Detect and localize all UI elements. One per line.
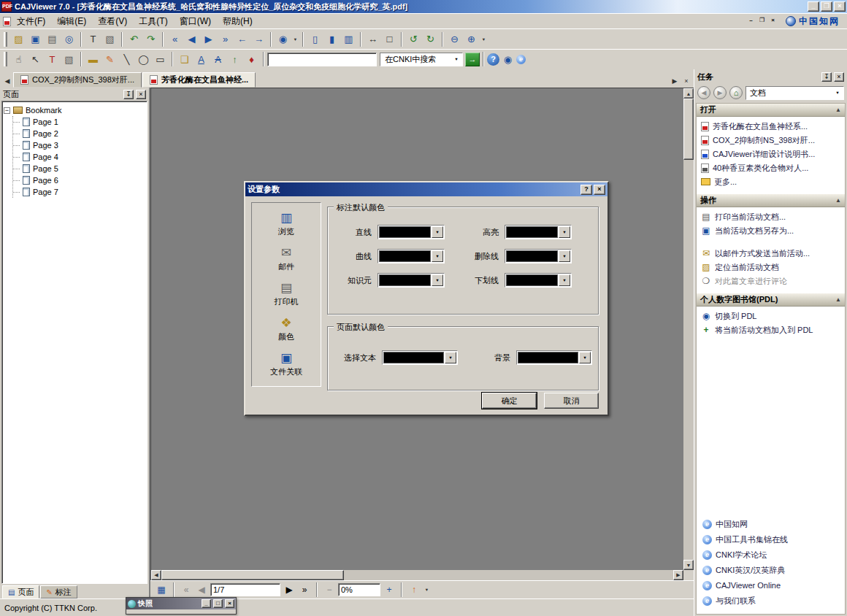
select-tool-icon[interactable]: ↖ [27,51,44,67]
chevron-down-icon[interactable] [432,250,443,262]
tab-close-icon[interactable]: × [681,74,692,88]
menu-edit[interactable]: 编辑(E) [51,14,92,29]
arrow-tool-icon[interactable]: ↑ [226,51,243,67]
collapse-icon[interactable]: ▲ [835,296,841,303]
chevron-down-icon[interactable] [559,226,570,238]
scroll-down-icon[interactable]: ▼ [683,560,694,570]
snapshot-window[interactable]: 快照 _ □ × [126,597,237,615]
stamp-tool-icon[interactable]: ♦ [243,51,260,67]
menu-view[interactable]: 查看(V) [92,14,133,29]
category-browse[interactable]: ▥ 浏览 [278,212,294,237]
tree-item-page3[interactable]: Page 3 [13,139,145,151]
pin-icon[interactable]: ↧ [821,72,832,82]
horizontal-scroll-thumb[interactable] [161,570,344,580]
help-icon[interactable]: ? [487,53,499,66]
underline-tool-icon[interactable]: A [193,51,210,67]
dialog-close-button[interactable]: × [594,185,605,195]
tree-item-page5[interactable]: Page 5 [13,163,145,174]
link-contact-us[interactable]: e与我们联系 [702,595,843,607]
category-mail[interactable]: ✉ 邮件 [278,247,294,272]
view-mode-icon[interactable]: ▦ [155,583,168,596]
category-color[interactable]: ❖ 颜色 [278,317,294,342]
tree-item-page1[interactable]: Page 1 [13,116,145,128]
continuous-page-icon[interactable]: ▮ [323,31,340,47]
chevron-down-icon[interactable] [423,582,431,598]
first-page-icon[interactable]: « [166,31,183,47]
print-preview-icon[interactable]: ◎ [61,31,77,47]
forward-view-icon[interactable]: → [250,31,267,47]
chevron-down-icon[interactable] [559,250,570,262]
chevron-down-icon[interactable] [451,53,462,66]
undo-icon[interactable]: ↶ [126,31,142,47]
page-number-input[interactable] [210,583,280,596]
tree-item-page4[interactable]: Page 4 [13,151,145,163]
rect-tool-icon[interactable]: ▭ [152,51,169,67]
note-tool-icon[interactable]: ❑ [176,51,193,67]
curve-color-select[interactable] [377,249,445,263]
cancel-button[interactable]: 取消 [544,393,599,409]
open-icon[interactable]: ▨ [10,31,27,47]
rotate-left-icon[interactable]: ↺ [405,31,422,47]
tree-item-page2[interactable]: Page 2 [13,128,145,139]
tab-scroll-right-icon[interactable]: ▶ [669,74,681,88]
facing-page-icon[interactable]: ▥ [340,31,357,47]
zoom-out-icon[interactable]: − [323,583,336,596]
cnki-brand[interactable]: 中国知网 [786,15,844,28]
prev-page-icon[interactable]: ◀ [183,31,200,47]
forward-icon[interactable]: ▶ [713,86,727,99]
horizontal-scrollbar[interactable]: ◀ ▶ [151,570,683,580]
search-scope-select[interactable]: 在CNKI中搜索 [380,53,463,66]
text-select-icon[interactable]: T [85,31,101,47]
print-icon[interactable]: ▤ [44,31,61,47]
recent-doc-2[interactable]: COX_2抑制剂NS_398对肝... [701,134,843,146]
search-go-button[interactable]: → [465,53,480,66]
doc-minimize-button[interactable]: – [746,17,756,26]
collapse-icon[interactable]: ▲ [835,107,841,113]
highlight-tool-icon[interactable]: ▬ [85,51,101,67]
online-resource-icon[interactable]: e [516,55,526,64]
vertical-scrollbar[interactable]: ▲ ▼ [683,88,694,570]
link-cnki-forum[interactable]: eCNKI学术论坛 [702,549,843,561]
print-current-doc[interactable]: ▤打印当前活动文档... [701,211,843,223]
strikeout-color-select[interactable] [505,249,572,263]
zoom-level-input[interactable] [338,583,380,596]
redo-icon[interactable]: ↷ [142,31,159,47]
tab-pages[interactable]: ▤ 页面 [2,585,39,598]
image-select-icon[interactable]: ▧ [101,31,118,47]
zoom-in-icon[interactable]: + [383,583,396,596]
chevron-down-icon[interactable] [432,274,443,286]
next-page-icon[interactable]: ▶ [283,583,296,596]
last-page-icon[interactable]: » [298,583,311,596]
scroll-right-icon[interactable]: ▶ [673,570,683,580]
doc-restore-button[interactable]: ❐ [756,17,767,26]
close-icon[interactable]: × [834,72,844,82]
category-printer[interactable]: ▤ 打印机 [275,282,299,307]
link-cnki[interactable]: e中国知网 [702,518,843,530]
pencil-tool-icon[interactable]: ✎ [101,51,118,67]
save-icon[interactable]: ▣ [27,31,44,47]
first-page-icon[interactable]: « [180,583,193,596]
snapshot-minimize-button[interactable]: _ [202,599,211,608]
scroll-up-icon[interactable]: ▲ [683,88,694,99]
recent-doc-4[interactable]: 40种香豆素类化合物对人... [701,162,843,174]
tab-aromatase-document[interactable]: 芳香化酶在文昌鱼神经... [142,72,256,88]
link-dictionary[interactable]: eCNKI英汉/汉英辞典 [702,564,843,576]
toolbar-grip[interactable] [4,32,7,47]
close-button[interactable]: × [834,1,846,12]
recent-doc-1[interactable]: 芳香化酶在文昌鱼神经系... [701,120,843,132]
chevron-down-icon[interactable] [445,352,456,363]
vertical-scroll-thumb[interactable] [683,99,694,160]
zoom-dropdown-icon[interactable] [480,31,488,47]
switch-to-pdl[interactable]: ◉切换到 PDL [701,310,843,322]
doc-close-button[interactable]: × [767,17,778,26]
dialog-title-bar[interactable]: 设置参数 ? × [245,182,608,196]
restore-button[interactable]: ❐ [821,1,832,12]
prev-page-icon[interactable]: ◀ [195,583,208,596]
email-current-doc[interactable]: ✉以邮件方式发送当前活动... [701,247,843,259]
text-select-color-select[interactable] [382,350,458,365]
chevron-down-icon[interactable] [559,274,570,286]
menu-window[interactable]: 窗口(W) [174,14,217,29]
more-documents[interactable]: 更多... [701,176,843,188]
link-cajviewer-online[interactable]: eCAJViewer Online [702,580,843,591]
tab-cox2-document[interactable]: COX_2抑制剂NS_398对肝... [13,72,142,88]
